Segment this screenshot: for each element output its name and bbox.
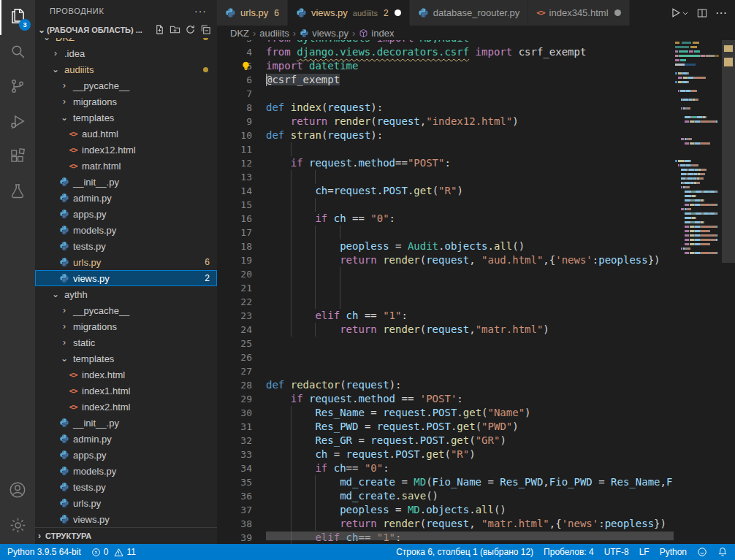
code-line-20[interactable]: 20 [217, 267, 674, 281]
tree-item-static[interactable]: ›static [35, 334, 217, 350]
code-line-6[interactable]: 6@csrf_exempt [217, 73, 674, 87]
tree-item-index2-html[interactable]: <>index2.html [35, 399, 217, 415]
tree-item-models-py[interactable]: models.py [35, 222, 217, 238]
code-line-22[interactable]: 22 [217, 295, 674, 309]
tree-item-migrations[interactable]: ›migrations [35, 318, 217, 334]
account-button[interactable] [0, 474, 35, 509]
explorer-more-actions-icon[interactable]: ··· [194, 5, 207, 17]
more-actions-icon[interactable]: ⋯ [715, 6, 728, 20]
dirty-dot-icon[interactable] [614, 9, 621, 16]
breadcrumb-item-audiiits[interactable]: audiiits [259, 28, 289, 39]
code-line-19[interactable]: 19 return render(request, "aud.html",{'n… [217, 253, 674, 267]
code-line-16[interactable]: 16 if ch == "0": [217, 212, 674, 226]
language-mode-status[interactable]: Python [655, 544, 692, 560]
tab-database-roouter-py[interactable]: database_roouter.py [410, 0, 529, 26]
tree-item-index12-html[interactable]: <>index12.html [35, 142, 217, 158]
code-line-33[interactable]: 33 ch = request.POST.get("R") [217, 448, 674, 461]
tree-item-tests-py[interactable]: tests.py [35, 479, 217, 495]
dirty-dot-icon[interactable] [395, 9, 401, 16]
tree-item-apps-py[interactable]: apps.py [35, 206, 217, 222]
code-line-15[interactable]: 15 [217, 198, 674, 212]
tree-item-views-py[interactable]: views.py2 [35, 270, 217, 286]
activity-testing[interactable] [0, 175, 35, 210]
code-line-31[interactable]: 31 Res_PWD = request.POST.get("PWD") [217, 420, 674, 434]
code-line-8[interactable]: 8def index(request): [217, 101, 674, 115]
problems-status[interactable]: 0 11 [86, 544, 141, 560]
tree-item--init-py[interactable]: __init__.py [35, 415, 217, 431]
minimap[interactable] [674, 26, 722, 544]
new-folder-icon[interactable] [170, 24, 180, 37]
settings-gear-button[interactable] [0, 509, 35, 544]
tree-item-templates[interactable]: ⌄templates [35, 350, 217, 367]
code-line-10[interactable]: 10def stran(request): [217, 129, 674, 142]
tree-item--pycache-[interactable]: ›__pycache__ [35, 302, 217, 318]
tree-item-views-py[interactable]: views.py [35, 511, 217, 527]
new-file-icon[interactable] [154, 24, 165, 37]
activity-extensions[interactable] [0, 140, 35, 175]
activity-source-control[interactable] [0, 70, 35, 105]
code-line-4[interactable]: 4from django.views.decorators.csrf impor… [217, 45, 674, 59]
code-line-29[interactable]: 29 if request.method == 'POST': [217, 392, 674, 406]
breadcrumb-item-dkz[interactable]: DKZ [230, 28, 249, 39]
tree-item--init-py[interactable]: __init__.py [35, 174, 217, 190]
tree-item-models-py[interactable]: models.py [35, 463, 217, 479]
code-line-37[interactable]: 37 peopless = MD.objects.all() [217, 503, 674, 517]
tab-views-py[interactable]: views.pyaudiiits2 [288, 0, 410, 26]
collapse-all-icon[interactable] [200, 24, 211, 37]
activity-run-debug[interactable] [0, 105, 35, 140]
code-line-28[interactable]: 28def redactor(request): [217, 378, 674, 392]
code-line-23[interactable]: 23 elif ch == "1": [217, 309, 674, 323]
code-line-24[interactable]: 24 return render(request,"matr.html") [217, 323, 674, 337]
code-editor[interactable]: 3from aythh.models import MD,Audit4from … [217, 31, 674, 544]
tab-index345-html[interactable]: <>index345.html [528, 0, 629, 26]
activity-search[interactable] [0, 35, 35, 70]
workspace-section-header[interactable]: ⌄ (РАБОЧАЯ ОБЛАСТЬ) ... [35, 22, 217, 38]
code-line-18[interactable]: 18 peopless = Audit.objects.all() [217, 239, 674, 253]
vertical-scrollbar-thumb[interactable] [722, 40, 735, 263]
code-line-14[interactable]: 14 ch=request.POST.get("R") [217, 184, 674, 198]
tree-item--pycache-[interactable]: ›__pycache__ [35, 77, 217, 93]
code-line-35[interactable]: 35 md_create = MD(Fio_Name = Res_PWD,Fio… [217, 475, 674, 489]
code-line-11[interactable]: 11 [217, 142, 674, 156]
tree-item-audiiits[interactable]: ⌄audiiits [35, 61, 217, 77]
refresh-icon[interactable] [185, 24, 196, 37]
cursor-position-status[interactable]: Строка 6, столбец 1 (выбрано 12) [391, 544, 538, 560]
tree-item-apps-py[interactable]: apps.py [35, 447, 217, 463]
run-python-file-button[interactable] [669, 7, 689, 19]
tree-item-migrations[interactable]: ›migrations [35, 93, 217, 110]
code-line-26[interactable]: 26 [217, 350, 674, 364]
split-editor-button[interactable] [696, 7, 708, 19]
code-line-27[interactable]: 27 [217, 364, 674, 378]
tree-item-aythh[interactable]: ⌄aythh [35, 286, 217, 302]
tree-item-admin-py[interactable]: admin.py [35, 190, 217, 206]
indentation-status[interactable]: Пробелов: 4 [538, 544, 599, 560]
eol-status[interactable]: LF [634, 544, 655, 560]
code-line-21[interactable]: 21 [217, 281, 674, 295]
notifications-bell-button[interactable] [712, 544, 735, 560]
feedback-button[interactable] [692, 544, 712, 560]
tree-item-urls-py[interactable]: urls.py6 [35, 254, 217, 270]
code-line-32[interactable]: 32 Res_GR = request.POST.get("GR") [217, 434, 674, 448]
python-interpreter-status[interactable]: Python 3.9.5 64-bit [0, 544, 86, 560]
tree-item-index1-html[interactable]: <>index1.html [35, 383, 217, 399]
tree-item--idea[interactable]: ›.idea [35, 45, 217, 61]
tree-item-admin-py[interactable]: admin.py [35, 431, 217, 447]
outline-section-header[interactable]: › СТРУКТУРА [35, 527, 217, 543]
scrollbar-overview-ruler[interactable] [722, 26, 735, 544]
tree-item-matr-html[interactable]: <>matr.html [35, 158, 217, 174]
lightbulb-icon[interactable] [241, 61, 251, 74]
code-line-7[interactable]: 7 [217, 87, 674, 101]
tree-item-tests-py[interactable]: tests.py [35, 238, 217, 254]
horizontal-scrollbar-thumb[interactable] [266, 532, 674, 540]
activity-explorer[interactable]: 3 [0, 0, 35, 35]
code-line-17[interactable]: 17 [217, 226, 674, 239]
code-line-12[interactable]: 12 if request.method=="POST": [217, 156, 674, 170]
tree-item-urls-py[interactable]: urls.py [35, 495, 217, 511]
breadcrumb-item-index[interactable]: index [359, 28, 394, 39]
code-line-38[interactable]: 38 return render(request, "matr.html",{'… [217, 517, 674, 531]
tab-urls-py[interactable]: urls.py6 [217, 0, 288, 26]
code-line-9[interactable]: 9 return render(request,"index12.html") [217, 115, 674, 129]
tree-item-templates[interactable]: ⌄templates [35, 110, 217, 126]
code-line-25[interactable]: 25 [217, 337, 674, 350]
encoding-status[interactable]: UTF-8 [599, 544, 634, 560]
